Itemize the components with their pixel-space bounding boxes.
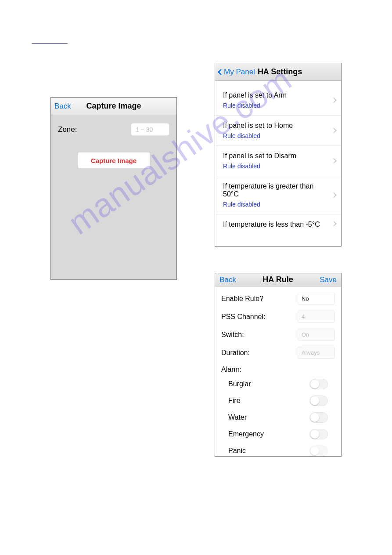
alarm-row-emergency: Emergency — [228, 429, 335, 439]
fire-toggle[interactable] — [309, 395, 328, 406]
alarm-row-water: Water — [228, 412, 335, 423]
back-label: My Panel — [224, 68, 255, 76]
rule-status: Rule disabled — [223, 201, 328, 208]
capture-body: Zone: 1 ~ 30 Capture Image — [51, 115, 176, 168]
panic-toggle[interactable] — [309, 446, 328, 456]
chevron-right-icon — [331, 128, 337, 134]
enable-rule-input[interactable]: No — [298, 293, 335, 305]
alarm-row-fire: Fire — [228, 395, 335, 406]
emergency-toggle[interactable] — [309, 429, 328, 439]
chevron-right-icon — [331, 98, 337, 103]
ha-rule-panel: Back HA Rule Save Enable Rule? No PSS Ch… — [215, 273, 342, 457]
rule-row[interactable]: If temperature is greater than 50°C Rule… — [215, 176, 341, 214]
capture-image-button[interactable]: Capture Image — [78, 152, 150, 168]
toggle-knob — [310, 413, 319, 422]
capture-header: Back Capture Image — [51, 98, 176, 115]
duration-row: Duration: Always — [221, 347, 335, 359]
link-underline — [32, 43, 68, 44]
rule-row[interactable]: If panel is set to Home Rule disabled — [215, 116, 341, 146]
ha-settings-header: My Panel HA Settings — [215, 63, 341, 81]
alarm-row-panic: Panic — [228, 446, 335, 456]
ha-settings-panel: My Panel HA Settings If panel is set to … — [215, 63, 342, 247]
enable-rule-label: Enable Rule? — [221, 295, 263, 303]
alarm-name: Burglar — [228, 380, 251, 388]
rule-status: Rule disabled — [223, 163, 328, 170]
rule-condition: If panel is set to Arm — [223, 91, 328, 99]
enable-rule-row: Enable Rule? No — [221, 293, 335, 305]
water-toggle[interactable] — [309, 412, 328, 423]
rule-status: Rule disabled — [223, 132, 328, 139]
rule-list: If panel is set to Arm Rule disabled If … — [215, 81, 341, 246]
pss-channel-row: PSS Channel: 4 — [221, 311, 335, 323]
back-button[interactable]: Back — [54, 102, 71, 111]
capture-image-panel: Back Capture Image Zone: 1 ~ 30 Capture … — [50, 97, 177, 280]
rule-row[interactable]: If panel is set to Disarm Rule disabled — [215, 146, 341, 176]
capture-button-row: Capture Image — [58, 152, 169, 168]
rule-condition: If panel is set to Disarm — [223, 152, 328, 160]
toggle-knob — [310, 396, 319, 405]
zone-label: Zone: — [58, 125, 77, 134]
alarm-rows: Burglar Fire Water Emergency Panic — [221, 379, 335, 456]
toggle-knob — [310, 380, 319, 388]
zone-input[interactable]: 1 ~ 30 — [131, 123, 169, 136]
chevron-right-icon — [331, 192, 337, 198]
switch-input[interactable]: On — [298, 329, 335, 341]
ha-rule-header: Back HA Rule Save — [215, 273, 341, 287]
pss-channel-input[interactable]: 4 — [298, 311, 335, 323]
pss-channel-label: PSS Channel: — [221, 313, 266, 321]
rule-row[interactable]: If panel is set to Arm Rule disabled — [215, 85, 341, 116]
alarm-row-burglar: Burglar — [228, 379, 335, 389]
rule-condition: If temperature is less than -5°C — [223, 221, 328, 229]
alarm-label: Alarm: — [221, 366, 335, 374]
alarm-name: Water — [228, 414, 247, 421]
chevron-right-icon — [331, 221, 337, 227]
rule-status: Rule disabled — [223, 102, 328, 109]
toggle-knob — [310, 446, 319, 455]
back-button[interactable]: My Panel — [219, 68, 255, 76]
duration-input[interactable]: Always — [298, 347, 335, 359]
switch-label: Switch: — [221, 331, 244, 339]
page-title: HA Settings — [258, 67, 302, 76]
rule-condition: If panel is set to Home — [223, 122, 328, 130]
save-button[interactable]: Save — [320, 276, 337, 284]
rule-row[interactable]: If temperature is less than -5°C — [215, 214, 341, 233]
back-button[interactable]: Back — [219, 276, 236, 284]
alarm-name: Fire — [228, 397, 241, 405]
rule-condition: If temperature is greater than 50°C — [223, 182, 328, 198]
switch-row: Switch: On — [221, 329, 335, 341]
alarm-name: Emergency — [228, 430, 264, 438]
ha-rule-body: Enable Rule? No PSS Channel: 4 Switch: O… — [215, 287, 341, 456]
zone-row: Zone: 1 ~ 30 — [58, 123, 169, 136]
duration-label: Duration: — [221, 349, 250, 357]
toggle-knob — [310, 430, 319, 439]
page-title: HA Rule — [263, 275, 293, 284]
chevron-right-icon — [331, 158, 337, 164]
burglar-toggle[interactable] — [309, 379, 328, 389]
chevron-left-icon — [218, 69, 224, 75]
alarm-section: Alarm: Burglar Fire Water Emergency — [221, 366, 335, 456]
alarm-name: Panic — [228, 447, 246, 455]
